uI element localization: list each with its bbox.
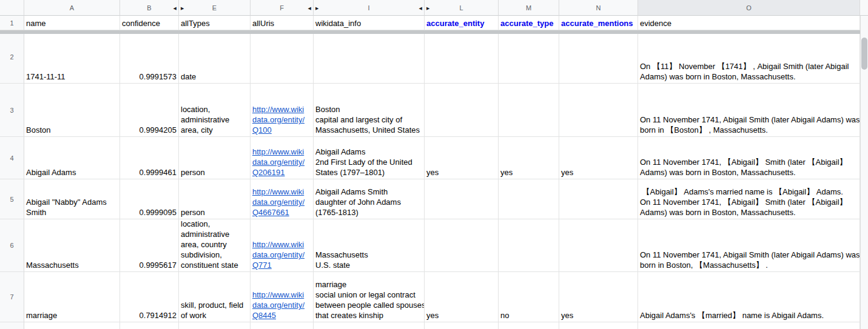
cell-E3[interactable]: location, administrative area, city bbox=[179, 84, 251, 137]
row-header-4[interactable]: 4 bbox=[0, 137, 24, 179]
row-header-3[interactable]: 3 bbox=[0, 84, 24, 137]
frozen-row-divider[interactable] bbox=[0, 30, 860, 34]
cell-A5[interactable]: Abigail "Nabby" Adams Smith bbox=[24, 179, 120, 219]
cell-M4[interactable]: yes bbox=[499, 137, 559, 179]
vertical-scrollbar-thumb[interactable] bbox=[861, 38, 867, 70]
column-header-E[interactable]: E▶ bbox=[179, 0, 251, 16]
column-header-N[interactable]: N bbox=[559, 0, 638, 16]
cell-A3[interactable]: Boston bbox=[24, 84, 120, 137]
table-row: 5Abigail "Nabby" Adams Smith0.9999095per… bbox=[0, 179, 868, 219]
cell-L7[interactable]: yes bbox=[425, 272, 499, 322]
cell-N3[interactable] bbox=[559, 84, 638, 137]
cell-L1[interactable]: accurate_entity bbox=[425, 16, 499, 30]
cell-N5[interactable] bbox=[559, 179, 638, 219]
cell-N6[interactable] bbox=[559, 219, 638, 272]
cell-F8[interactable] bbox=[251, 322, 314, 329]
cell-E5[interactable]: person bbox=[179, 179, 251, 219]
cell-N1[interactable]: accurate_mentions bbox=[559, 16, 638, 30]
cell-I4[interactable]: Abigail Adams 2nd First Lady of the Unit… bbox=[314, 137, 425, 179]
cell-A8[interactable] bbox=[24, 322, 120, 329]
column-header-L[interactable]: L▶ bbox=[425, 0, 499, 16]
cell-F3[interactable]: http://www.wiki data.org/entity/ Q100 bbox=[251, 84, 314, 137]
cell-N2[interactable] bbox=[559, 30, 638, 84]
cell-M5[interactable] bbox=[499, 179, 559, 219]
hidden-columns-expand-left-icon[interactable]: ◀ bbox=[419, 5, 422, 10]
row-header-7[interactable]: 7 bbox=[0, 272, 24, 322]
cell-M3[interactable] bbox=[499, 84, 559, 137]
cell-O6[interactable]: On 11 November 1741, Abigail Smith (late… bbox=[638, 219, 860, 272]
cell-E7[interactable]: skill, product, field of work bbox=[179, 272, 251, 322]
column-header-O[interactable]: O bbox=[638, 0, 860, 16]
cell-L4[interactable]: yes bbox=[425, 137, 499, 179]
cell-B3[interactable]: 0.9994205 bbox=[120, 84, 179, 137]
cell-O8[interactable] bbox=[638, 322, 860, 329]
cell-O7[interactable]: Abigail Adams's 【married】 name is Abigai… bbox=[638, 272, 860, 322]
cell-E6[interactable]: location, administrative area, country s… bbox=[179, 219, 251, 272]
row-header-5[interactable]: 5 bbox=[0, 179, 24, 219]
cell-L3[interactable] bbox=[425, 84, 499, 137]
cell-A7[interactable]: marriage bbox=[24, 272, 120, 322]
cell-L6[interactable] bbox=[425, 219, 499, 272]
hidden-columns-expand-right-icon[interactable]: ▶ bbox=[181, 5, 184, 10]
cell-I3[interactable]: Boston capital and largest city of Massa… bbox=[314, 84, 425, 137]
row-header-6[interactable]: 6 bbox=[0, 219, 24, 272]
cell-O4[interactable]: On 11 November 1741, 【Abigail】 Smith (la… bbox=[638, 137, 860, 179]
cell-B8[interactable] bbox=[120, 322, 179, 329]
select-all-corner[interactable] bbox=[0, 0, 24, 16]
cell-F4[interactable]: http://www.wiki data.org/entity/ Q206191 bbox=[251, 137, 314, 179]
cell-O5[interactable]: 【Abigail】 Adams's married name is 【Abiga… bbox=[638, 179, 860, 219]
column-header-I[interactable]: I▶◀ bbox=[314, 0, 425, 16]
cell-E2[interactable]: date bbox=[179, 30, 251, 84]
cell-O3[interactable]: On 11 November 1741, Abigail Smith (late… bbox=[638, 84, 860, 137]
cell-M6[interactable] bbox=[499, 219, 559, 272]
cell-B2[interactable]: 0.9991573 bbox=[120, 30, 179, 84]
column-header-B[interactable]: B◀ bbox=[120, 0, 179, 16]
cell-M7[interactable]: no bbox=[499, 272, 559, 322]
cell-M8[interactable] bbox=[499, 322, 559, 329]
cell-L5[interactable] bbox=[425, 179, 499, 219]
hidden-columns-expand-right-icon[interactable]: ▶ bbox=[315, 5, 318, 10]
cell-B6[interactable]: 0.9995617 bbox=[120, 219, 179, 272]
cell-L2[interactable] bbox=[425, 30, 499, 84]
cell-E8[interactable] bbox=[179, 322, 251, 329]
cell-A1[interactable]: name bbox=[24, 16, 120, 30]
cell-A6[interactable]: Massachusetts bbox=[24, 219, 120, 272]
cell-F1[interactable]: allUris bbox=[251, 16, 314, 30]
cell-N8[interactable] bbox=[559, 322, 638, 329]
cell-O1[interactable]: evidence bbox=[638, 16, 860, 30]
hidden-columns-expand-right-icon[interactable]: ▶ bbox=[426, 5, 429, 10]
cell-F7[interactable]: http://www.wiki data.org/entity/ Q8445 bbox=[251, 272, 314, 322]
hidden-columns-expand-left-icon[interactable]: ◀ bbox=[308, 5, 311, 10]
cell-M2[interactable] bbox=[499, 30, 559, 84]
cell-I1[interactable]: wikidata_info bbox=[314, 16, 425, 30]
cell-N7[interactable]: yes bbox=[559, 272, 638, 322]
cell-F5[interactable]: http://www.wiki data.org/entity/ Q466766… bbox=[251, 179, 314, 219]
column-header-A[interactable]: A bbox=[24, 0, 120, 16]
cell-F2[interactable] bbox=[251, 30, 314, 84]
hidden-columns-expand-left-icon[interactable]: ◀ bbox=[173, 5, 177, 10]
cell-I7[interactable]: marriage social union or legal contract … bbox=[314, 272, 425, 322]
row-header-8[interactable]: 8 bbox=[0, 322, 24, 329]
cell-F6[interactable]: http://www.wiki data.org/entity/ Q771 bbox=[251, 219, 314, 272]
row-header-2[interactable]: 2 bbox=[0, 30, 24, 84]
row-header-1[interactable]: 1 bbox=[0, 16, 24, 30]
cell-O2[interactable]: On 【11】 November 【1741】 , Abigail Smith … bbox=[638, 30, 860, 84]
cell-N4[interactable]: yes bbox=[559, 137, 638, 179]
cell-M1[interactable]: accurate_type bbox=[499, 16, 559, 30]
cell-I8[interactable] bbox=[314, 322, 425, 329]
cell-E1[interactable]: allTypes bbox=[179, 16, 251, 30]
cell-E4[interactable]: person bbox=[179, 137, 251, 179]
cell-A2[interactable]: 1741-11-11 bbox=[24, 30, 120, 84]
cell-I5[interactable]: Abigail Adams Smith daughter of John Ada… bbox=[314, 179, 425, 219]
cell-B1[interactable]: confidence bbox=[120, 16, 179, 30]
vertical-scrollbar-track[interactable] bbox=[860, 16, 868, 329]
column-header-M[interactable]: M bbox=[499, 0, 559, 16]
cell-I6[interactable]: Massachusetts U.S. state bbox=[314, 219, 425, 272]
column-header-F[interactable]: F◀ bbox=[251, 0, 314, 16]
cell-B5[interactable]: 0.9999095 bbox=[120, 179, 179, 219]
cell-I2[interactable] bbox=[314, 30, 425, 84]
cell-B7[interactable]: 0.7914912 bbox=[120, 272, 179, 322]
cell-L8[interactable] bbox=[425, 322, 499, 329]
cell-A4[interactable]: Abigail Adams bbox=[24, 137, 120, 179]
cell-B4[interactable]: 0.9999461 bbox=[120, 137, 179, 179]
